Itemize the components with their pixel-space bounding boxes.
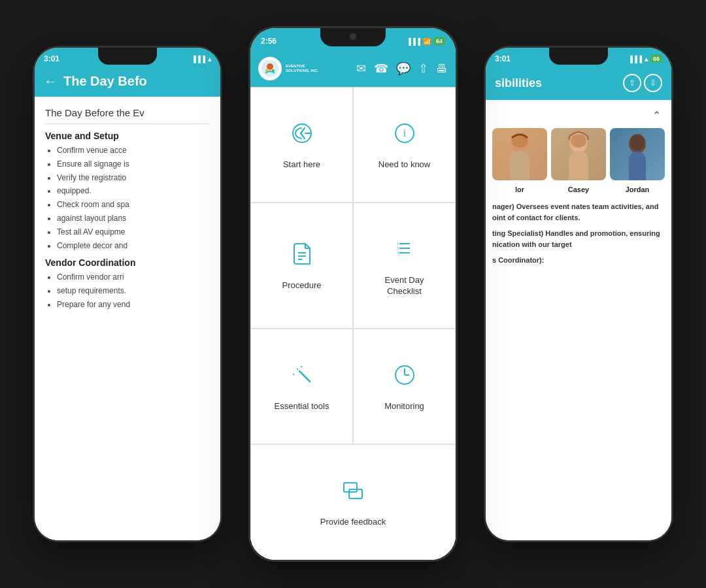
wifi-icon: 📶 [423,38,431,45]
nav-up-button[interactable]: ⇧ [623,74,641,92]
left-app-header: ← The Day Befo [35,69,220,97]
list-item: Ensure all signage is [57,159,210,170]
menu-item-essential-tools[interactable]: Essential tools [250,329,353,444]
team-names: lor Casey Jordan [491,186,666,199]
phone-icon[interactable]: ☎ [374,61,388,76]
list-item: Complete decor and [57,240,210,252]
phone-left: 3:01 ▐▐▐ ▴ ← The Day Befo The Day Before… [33,46,222,542]
status-icons-center: ▐▐▐ 📶 64 [407,37,445,45]
menu-label-provide-feedback: Provide feedback [320,517,386,528]
menu-label-procedure: Procedure [282,280,322,291]
left-content: The Day Before the Ev Venue and Setup Co… [35,97,220,540]
phone-right: 3:01 ▐▐▐ ▴ 66 sibilities ⇧ ⇩ ⌃ [484,46,673,542]
menu-item-provide-feedback[interactable]: Provide feedback [250,444,456,560]
content-title: The Day Before the Ev [45,107,210,124]
team-photo-casey [551,128,606,180]
camera-center [350,33,356,40]
team-photo-lor [492,128,547,180]
svg-line-18 [293,374,294,375]
menu-label-start-here: Start here [283,159,320,171]
menu-label-monitoring: Monitoring [384,401,424,412]
list-item: against layout plans [57,213,210,224]
signal-icon-right: ▐▐▐ [628,56,642,63]
menu-item-event-day-checklist[interactable]: 1 2 3 Event Day Checklist [353,203,456,329]
role-specialist-title: ting Specialist) [492,229,543,237]
logo-text: EVENTIVESOLUTIONS, INC. [286,64,318,73]
menu-item-procedure[interactable]: Procedure [250,203,353,329]
status-icons-right: ▐▐▐ ▴ 66 [628,55,662,63]
vendor-coord-title: Vendor Coordination [45,257,210,268]
svg-line-16 [297,368,298,370]
venue-setup-list: Confirm venue acce Ensure all signage is… [45,145,210,251]
list-item: setup requirements. [57,286,210,297]
right-header-title: sibilities [495,76,542,90]
back-arrow[interactable]: ← [44,74,57,89]
svg-rect-24 [349,489,362,498]
team-name-casey: Casey [551,186,606,193]
svg-point-29 [630,135,645,150]
list-item: Check room and spa [57,199,210,210]
svg-point-3 [272,69,275,72]
menu-item-monitoring[interactable]: Monitoring [353,329,456,444]
battery-right: 66 [650,55,662,63]
screen-right: 3:01 ▐▐▐ ▴ 66 sibilities ⇧ ⇩ ⌃ [486,48,671,540]
list-item: Confirm vendor arri [57,272,210,283]
team-name-jordan: Jordan [610,186,665,193]
right-content: ⌃ [486,100,671,540]
svg-text:3: 3 [397,251,399,255]
list-item: Confirm venue acce [57,145,210,156]
list-item: Prepare for any vend [57,299,210,310]
role-coordinator-title: s Coordinator): [492,256,544,264]
svg-point-1 [267,63,273,70]
checklist-icon: 1 2 3 [390,235,419,267]
team-name-lor: lor [492,186,547,193]
menu-grid: Start here i Need to know [250,87,456,560]
start-here-icon [288,119,316,152]
time-left: 3:01 [44,54,59,63]
provide-feedback-icon [339,476,367,509]
list-item: equipped. [57,186,210,197]
wifi-icon-right: ▴ [645,56,648,63]
team-photo-jordan [610,128,665,180]
logo-circle [258,57,282,80]
left-header-title: The Day Befo [63,74,147,89]
svg-text:i: i [403,127,406,139]
time-right: 3:01 [495,54,511,63]
role-manager-desc: Oversees event nates team activities, an… [492,203,658,221]
app-header-center: EVENTIVESOLUTIONS, INC. ✉ ☎ 💬 ⇧ 🖶 [250,52,456,87]
send-icon[interactable]: ✉ [356,61,366,76]
whatsapp-icon[interactable]: 💬 [396,61,411,76]
role-specialist: ting Specialist) Handles and promotion, … [491,225,666,252]
notch-left [98,48,157,65]
signal-icon: ▐▐▐ [407,38,420,45]
menu-label-essential-tools: Essential tools [275,401,329,412]
essential-tools-icon [288,361,316,393]
role-manager-title: nager) [492,203,514,210]
notch-right [549,48,608,65]
avatar-jordan [610,128,665,180]
team-photos [491,125,666,186]
print-icon[interactable]: 🖶 [436,62,448,76]
signal-icon-left: ▐▐▐ [192,56,205,63]
menu-item-need-to-know[interactable]: i Need to know [353,87,456,203]
svg-point-2 [265,69,268,72]
wifi-icon-left: ▴ [208,56,211,63]
chevron-up-icon[interactable]: ⌃ [491,105,666,125]
svg-line-17 [301,366,302,367]
menu-item-start-here[interactable]: Start here [250,87,353,203]
need-to-know-icon: i [390,119,419,152]
procedure-icon [288,240,316,272]
menu-label-event-day-checklist: Event Day Checklist [385,275,424,297]
nav-down-button[interactable]: ⇩ [644,74,662,92]
screen-center: 2:56 ▐▐▐ 📶 64 EVENTIVESOLU [250,28,456,560]
phone-center: 2:56 ▐▐▐ 📶 64 EVENTIVESOLU [248,26,458,562]
venue-setup-title: Venue and Setup [45,131,210,141]
screen-left: 3:01 ▐▐▐ ▴ ← The Day Befo The Day Before… [35,48,220,540]
list-item: Verify the registratio [57,172,210,184]
menu-label-need-to-know: Need to know [378,159,431,171]
avatar-casey [551,128,606,180]
share-icon[interactable]: ⇧ [418,61,428,76]
svg-text:2: 2 [397,246,399,250]
monitoring-icon [390,361,419,393]
role-coordinator: s Coordinator): [491,252,666,269]
